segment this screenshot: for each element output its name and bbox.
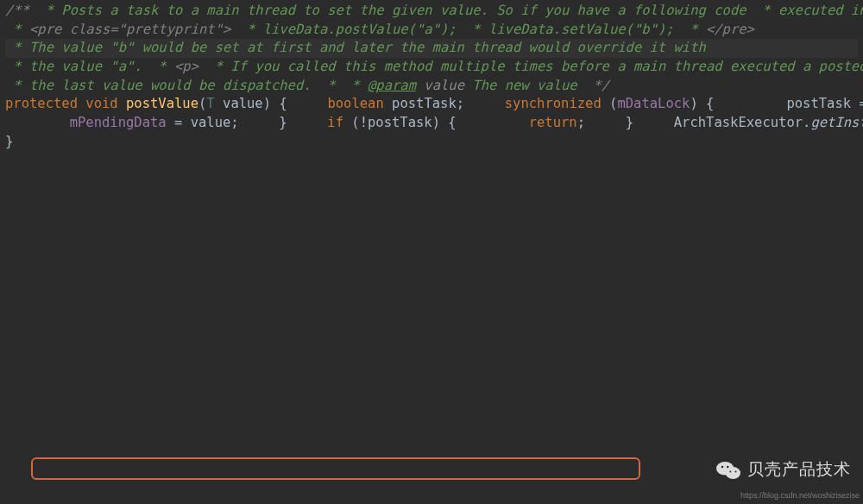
svg-point-3	[727, 466, 728, 468]
method-signature: protected void postValue(T value) {	[5, 96, 287, 111]
doc-line: * liveData.postValue("a");	[239, 22, 457, 37]
doc-line: * Posts a task to a main thread to set t…	[37, 3, 746, 18]
watermark-text: 贝壳产品技术	[747, 458, 851, 482]
highlight-box	[31, 457, 640, 480]
doc-line: * <pre class="prettyprint">	[5, 22, 230, 37]
doc-close: */	[585, 78, 609, 93]
doc-line: * liveData.setValue("b");	[464, 22, 674, 37]
highlighted-call: ArchTaskExecutor.getInstance().postToMai…	[641, 115, 863, 130]
svg-point-4	[729, 470, 731, 472]
doc-open: /**	[5, 3, 29, 18]
watermark: 贝壳产品技术	[716, 458, 851, 482]
code-block: /** * Posts a task to a main thread to s…	[0, 0, 863, 154]
wechat-icon	[716, 460, 740, 481]
svg-point-1	[726, 467, 740, 479]
doc-line: * the value "a".	[5, 59, 142, 74]
footer-url: https://blog.csdn.net/woshizisezise	[740, 490, 860, 501]
doc-line: *	[319, 78, 336, 93]
svg-point-2	[721, 466, 723, 468]
code-line: return;	[464, 115, 585, 130]
code-line: if (!postTask) {	[295, 115, 457, 130]
doc-line: * <p>	[150, 59, 198, 74]
code-line: postTask = mPendingData == NOT_SET;	[722, 96, 863, 111]
svg-point-5	[735, 470, 737, 472]
doc-line: * executed in the main thread:	[754, 3, 863, 18]
doc-param: * @param value The new value	[343, 78, 577, 93]
doc-line-highlight: * The value "b" would be set at first an…	[5, 39, 858, 58]
code-line: }	[593, 115, 633, 130]
doc-line: * the last value would be dispatched.	[5, 78, 312, 93]
code-line: synchronized (mDataLock) {	[472, 96, 714, 111]
doc-line: * If you called this method multiple tim…	[206, 59, 863, 74]
code-line: }	[247, 115, 287, 130]
code-line: boolean postTask;	[295, 96, 464, 111]
doc-line: * </pre>	[682, 22, 754, 37]
code-line: }	[5, 134, 13, 149]
code-line: mPendingData = value;	[5, 115, 239, 130]
